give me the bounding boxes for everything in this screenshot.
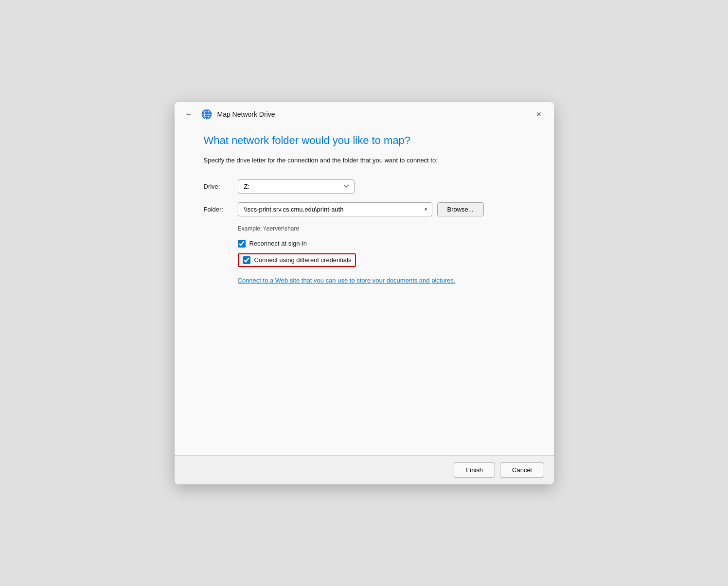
reconnect-label[interactable]: Reconnect at sign-in xyxy=(249,240,307,247)
title-bar-left: ← Map Network Drive xyxy=(182,108,275,120)
folder-input-wrapper: ▾ xyxy=(238,202,432,216)
drive-select[interactable]: Z: Y: X: W: V: U: T: xyxy=(238,179,355,194)
content-area: What network folder would you like to ma… xyxy=(175,124,554,455)
browse-button[interactable]: Browse... xyxy=(437,202,484,216)
folder-row: Folder: ▾ Browse... xyxy=(204,202,525,216)
folder-input-group: ▾ Browse... xyxy=(238,202,484,216)
drive-row: Drive: Z: Y: X: W: V: U: T: xyxy=(204,179,525,194)
folder-label: Folder: xyxy=(204,206,238,213)
reconnect-row: Reconnect at sign-in xyxy=(238,240,525,248)
map-network-drive-window: ← Map Network Drive ✕ What network folde… xyxy=(175,102,554,484)
subtitle-text: Specify the drive letter for the connect… xyxy=(204,157,525,164)
globe-icon xyxy=(201,108,213,120)
credentials-row: Connect using different credentials xyxy=(238,253,356,267)
folder-input[interactable] xyxy=(238,202,432,216)
title-bar: ← Map Network Drive ✕ xyxy=(175,102,554,124)
cancel-button[interactable]: Cancel xyxy=(500,462,544,478)
window-title: Map Network Drive xyxy=(217,110,275,118)
footer: Finish Cancel xyxy=(175,455,554,484)
credentials-checkbox[interactable] xyxy=(243,256,250,264)
drive-label: Drive: xyxy=(204,183,238,190)
close-button[interactable]: ✕ xyxy=(532,107,546,122)
finish-button[interactable]: Finish xyxy=(454,462,495,478)
example-text: Example: \\server\share xyxy=(238,225,525,232)
credentials-label[interactable]: Connect using different credentials xyxy=(254,256,352,264)
web-link[interactable]: Connect to a Web site that you can use t… xyxy=(238,277,525,284)
back-button[interactable]: ← xyxy=(182,109,196,120)
main-heading: What network folder would you like to ma… xyxy=(204,134,525,147)
reconnect-checkbox[interactable] xyxy=(238,240,246,248)
